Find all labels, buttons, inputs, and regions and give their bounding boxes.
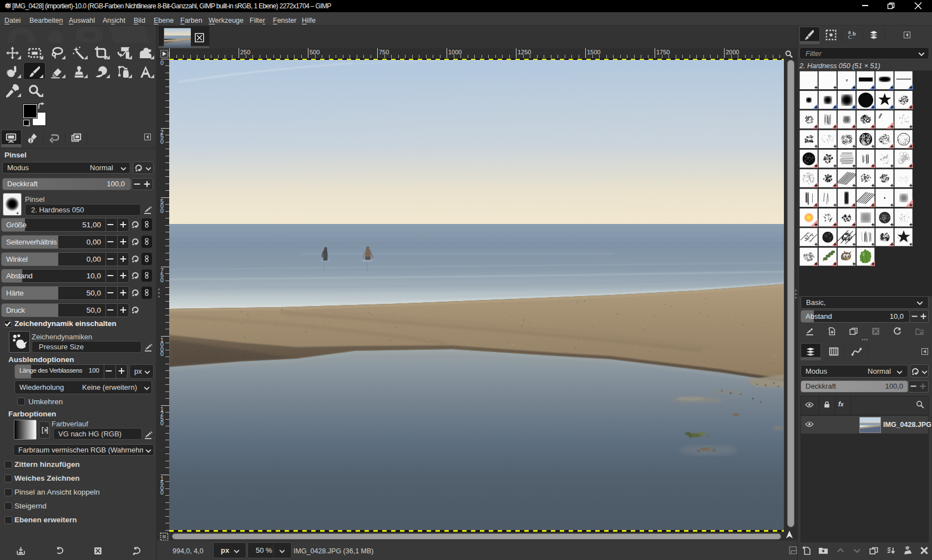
- svg-text:C: C: [848, 34, 852, 40]
- svg-text:b: b: [853, 31, 856, 37]
